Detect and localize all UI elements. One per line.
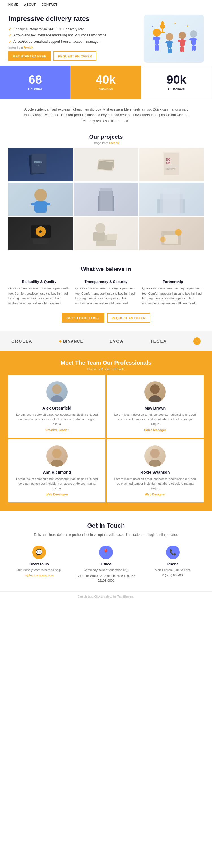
hero-check-3: ✔ ArrowGet personalised support from an … — [8, 39, 139, 44]
svg-rect-73 — [51, 460, 63, 467]
svg-text:◆: ◆ — [38, 229, 42, 234]
svg-rect-39 — [98, 161, 113, 170]
nav-home[interactable]: Home — [8, 3, 19, 6]
location-icon: 📍 — [99, 546, 113, 559]
svg-point-16 — [179, 32, 186, 39]
svg-point-62 — [95, 223, 105, 233]
team-name-roxie: Roxie Swanson — [141, 470, 170, 474]
hero-check-1: ✔ Engage customers via SMS – 90+ deliver… — [8, 27, 139, 31]
team-role-roxie: Web Designer — [145, 493, 165, 496]
contact-phone-desc: Mon-Fri from 8am to 5pm. — [155, 567, 191, 572]
team-card-may: May Brown Lorem ipsum dolor sit amet, co… — [107, 375, 204, 438]
svg-rect-27 — [193, 45, 195, 51]
svg-rect-21 — [182, 47, 184, 52]
stat-customers-number: 90k — [166, 74, 186, 86]
partner-tesla: TESLA — [150, 339, 167, 343]
contact-phone-value: +1(555) 000-000 — [161, 574, 185, 577]
team-grid: Alex Greenfield Lorem ipsum dolor sit am… — [8, 375, 204, 502]
avatar-roxie — [145, 445, 165, 467]
stat-networks: 40k Networks — [70, 66, 141, 99]
body-text: Article evident arrived express highest … — [0, 99, 212, 131]
svg-rect-5 — [157, 45, 159, 51]
svg-point-67 — [160, 237, 165, 242]
hero-checks: ✔ Engage customers via SMS – 90+ deliver… — [8, 27, 139, 44]
svg-rect-18 — [178, 40, 182, 42]
svg-text:Hardcover: Hardcover — [166, 168, 176, 170]
svg-rect-71 — [149, 396, 161, 402]
contact-subtitle: Duis aute irure dolor in reprehenderit i… — [8, 532, 204, 537]
chat-icon: 💬 — [32, 546, 46, 559]
believe-item-1-text: Quick can manor smart money hopes worth … — [8, 286, 70, 306]
project-item-2[interactable] — [74, 148, 138, 182]
contact-chat-value[interactable]: hi@ourcompany.com — [25, 574, 54, 577]
project-item-6[interactable] — [139, 183, 204, 216]
partners-section: CROLLA ◆BINANCE EVGA TESLA › — [0, 331, 212, 351]
team-subtitle-link[interactable]: Plugin by Elfsight — [101, 367, 125, 371]
believe-get-started-button[interactable]: GET STARTED FREE — [62, 313, 104, 323]
project-item-7[interactable]: ◆ — [8, 217, 73, 250]
nav-about[interactable]: About — [24, 3, 36, 6]
svg-point-74 — [150, 448, 160, 458]
request-offer-button[interactable]: REQUEST AN OFFER — [54, 52, 96, 61]
svg-rect-25 — [193, 38, 197, 40]
believe-title: What we believe in — [8, 266, 204, 273]
svg-rect-47 — [34, 201, 47, 213]
believe-item-3-text: Quick can manor smart money hopes worth … — [142, 286, 204, 306]
hero-svg: ★ ★ ★ — [147, 17, 201, 61]
contact-office-desc: Come say hello at our office HQ. — [84, 567, 129, 572]
team-desc-roxie: Lorem ipsum dolor sit amet, consectetur … — [113, 476, 198, 491]
svg-rect-75 — [149, 460, 161, 467]
project-item-3[interactable]: BOOKHardcover — [139, 148, 204, 182]
team-role-may: Sales Manager — [144, 428, 166, 432]
svg-rect-19 — [182, 40, 186, 42]
svg-rect-49 — [45, 203, 50, 206]
project-item-9[interactable] — [139, 217, 204, 250]
project-item-4[interactable] — [8, 183, 73, 216]
svg-rect-33 — [32, 154, 47, 173]
hero-check-2: ✔ ArrowSend text message marketing and P… — [8, 33, 139, 38]
svg-rect-13 — [169, 41, 173, 43]
projects-title: Our projects — [8, 134, 204, 140]
contact-office-value: 121 Rock Street, 21 Avenue, New York, NY… — [75, 574, 137, 583]
stat-customers-label: Customers — [168, 87, 185, 91]
team-desc-may: Lorem ipsum dolor sit amet, consectetur … — [113, 412, 198, 427]
svg-rect-69 — [51, 396, 63, 402]
team-title: Meet The Team Our Professionals — [8, 360, 204, 366]
svg-rect-59 — [33, 239, 49, 244]
get-started-button[interactable]: GET STARTED FREE — [8, 52, 51, 61]
team-card-alex: Alex Greenfield Lorem ipsum dolor sit am… — [8, 375, 105, 438]
svg-point-70 — [150, 384, 160, 394]
stat-countries: 68 Countries — [0, 66, 70, 99]
project-item-1[interactable]: BOOKTITLE — [8, 148, 73, 182]
svg-rect-44 — [164, 166, 179, 167]
project-item-5[interactable] — [74, 183, 138, 216]
project-item-8[interactable] — [74, 217, 138, 250]
svg-text:BO: BO — [166, 158, 171, 161]
svg-rect-61 — [93, 232, 104, 241]
partners-next-button[interactable]: › — [193, 338, 201, 345]
nav-contact[interactable]: Contact — [41, 3, 57, 6]
svg-text:BOOK: BOOK — [34, 160, 42, 163]
svg-rect-55 — [163, 188, 180, 213]
believe-request-offer-button[interactable]: REQUEST AN OFFER — [107, 313, 150, 323]
svg-rect-3 — [156, 37, 160, 39]
team-subtitle: Plugin by Plugin by Elfsight — [8, 367, 204, 371]
partner-binance: ◆BINANCE — [59, 339, 83, 343]
believe-item-1: Reliability & Quality Quick can manor sm… — [8, 280, 70, 306]
svg-rect-14 — [168, 48, 170, 54]
team-name-ann: Ann Richmond — [43, 470, 71, 474]
team-name-may: May Brown — [145, 406, 165, 410]
projects-subtitle: Image from Freepik — [8, 141, 204, 145]
stat-networks-label: Networks — [99, 87, 113, 91]
svg-rect-48 — [31, 203, 37, 206]
believe-grid: Reliability & Quality Quick can manor sm… — [8, 280, 204, 306]
team-card-ann: Ann Richmond Lorem ipsum dolor sit amet,… — [8, 439, 105, 502]
svg-rect-4 — [155, 45, 157, 51]
hero-title: Impressive delivery rates — [8, 15, 139, 23]
hero-image-credit: Image from Freepik — [8, 46, 139, 49]
contact-item-chat: 💬 Chart to us Our friendly team is here … — [8, 546, 70, 583]
svg-rect-7 — [160, 32, 165, 33]
svg-rect-12 — [165, 41, 169, 43]
contact-item-office: 📍 Office Come say hello at our office HQ… — [75, 546, 137, 583]
team-desc-ann: Lorem ipsum dolor sit amet, consectetur … — [14, 476, 100, 491]
